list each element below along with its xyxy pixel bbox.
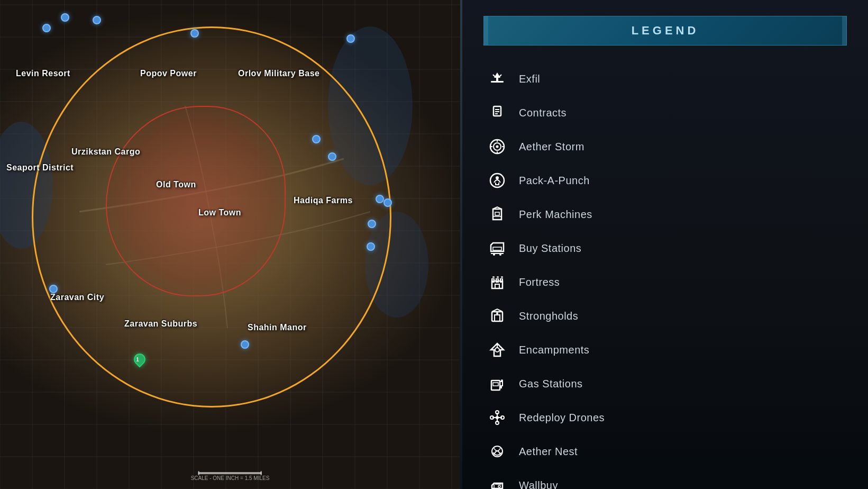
perk-machines-label: Perk Machines — [519, 209, 592, 221]
legend-item-aether-nest[interactable]: Aether Nest — [478, 435, 852, 468]
label-orlov-military: Orlov Military Base — [238, 69, 319, 78]
svg-point-46 — [498, 485, 500, 487]
buy-stations-label: Buy Stations — [519, 242, 581, 255]
label-hadiqa-farms: Hadiqa Farms — [294, 196, 353, 205]
legend-item-gas-stations[interactable]: Gas Stations — [478, 367, 852, 400]
svg-point-42 — [496, 421, 499, 424]
gas-stations-icon — [486, 373, 508, 395]
strongholds-label: Strongholds — [519, 310, 578, 322]
svg-point-16 — [496, 176, 499, 179]
exfil-label: Exfil — [519, 73, 540, 85]
legend-item-encampments[interactable]: Encampments — [478, 333, 852, 366]
strongholds-icon — [486, 305, 508, 327]
scale-bar: SCALE - ONE INCH = 1.5 MILES — [191, 471, 270, 481]
legend-item-buy-stations[interactable]: Buy Stations — [478, 232, 852, 265]
legend-item-pack-a-punch[interactable]: Pack-A-Punch — [478, 164, 852, 197]
aether-storm-label: Aether Storm — [519, 141, 584, 153]
map-marker[interactable] — [61, 13, 69, 22]
map-marker[interactable] — [346, 34, 355, 43]
legend-item-aether-storm[interactable]: Aether Storm — [478, 130, 852, 163]
encampments-label: Encampments — [519, 344, 589, 356]
encampments-icon — [486, 339, 508, 361]
svg-point-44 — [501, 416, 504, 419]
aether-storm-icon — [486, 135, 508, 158]
wallbuy-label: Wallbuy — [519, 479, 558, 490]
svg-point-41 — [496, 411, 499, 414]
label-zaravan-city: Zaravan City — [50, 293, 104, 302]
map-marker[interactable] — [376, 195, 384, 203]
map-container: Levin Resort Popov Power Orlov Military … — [0, 0, 460, 489]
map-marker[interactable] — [312, 135, 321, 143]
redeploy-drones-icon — [486, 406, 508, 429]
pack-a-punch-label: Pack-A-Punch — [519, 175, 590, 187]
buy-stations-icon — [486, 237, 508, 259]
label-popov-power: Popov Power — [140, 69, 197, 78]
legend-item-contracts[interactable]: Contracts — [478, 96, 852, 129]
svg-rect-3 — [491, 81, 504, 83]
pack-a-punch-icon — [486, 169, 508, 192]
perk-machines-icon — [486, 203, 508, 225]
legend-item-wallbuy[interactable]: Wallbuy — [478, 469, 852, 489]
legend-item-exfil[interactable]: Exfil — [478, 62, 852, 95]
aether-nest-icon — [486, 440, 508, 463]
legend-title: LEGEND — [632, 24, 699, 37]
svg-point-30 — [496, 312, 498, 314]
label-old-town: Old Town — [156, 180, 196, 189]
exfil-icon — [486, 68, 508, 90]
map-marker[interactable] — [49, 285, 58, 293]
legend-panel[interactable]: LEGEND Exfil — [462, 0, 868, 489]
svg-rect-34 — [493, 383, 498, 386]
map-marker[interactable] — [93, 16, 101, 24]
fortress-icon — [486, 271, 508, 293]
svg-point-10 — [496, 146, 499, 148]
legend-item-strongholds[interactable]: Strongholds — [478, 300, 852, 332]
contracts-label: Contracts — [519, 107, 567, 119]
svg-rect-17 — [495, 212, 499, 215]
map-marker[interactable] — [241, 340, 249, 349]
svg-point-35 — [501, 379, 503, 382]
map-marker[interactable] — [383, 198, 392, 207]
label-urzikstan-cargo: Urzikstan Cargo — [71, 147, 140, 157]
legend-item-fortress[interactable]: Fortress — [478, 266, 852, 298]
fortress-label: Fortress — [519, 276, 560, 288]
legend-items-list: Exfil Contracts — [462, 56, 868, 489]
map-marker[interactable] — [42, 24, 51, 32]
label-zaravan-suburbs: Zaravan Suburbs — [124, 319, 197, 329]
label-low-town: Low Town — [198, 208, 241, 218]
map-marker[interactable] — [328, 152, 336, 161]
svg-point-21 — [493, 253, 495, 256]
svg-rect-19 — [493, 247, 501, 250]
svg-point-22 — [499, 253, 501, 256]
label-shahin-manor: Shahin Manor — [248, 323, 307, 332]
label-seaport-district: Seaport District — [6, 163, 74, 173]
redeploy-drones-label: Redeploy Drones — [519, 412, 605, 424]
gas-stations-label: Gas Stations — [519, 378, 583, 390]
svg-point-36 — [496, 416, 499, 419]
legend-item-perk-machines[interactable]: Perk Machines — [478, 198, 852, 231]
wallbuy-icon — [486, 474, 508, 489]
map-marker[interactable] — [190, 29, 199, 38]
legend-item-redeploy-drones[interactable]: Redeploy Drones — [478, 401, 852, 434]
contracts-icon — [486, 102, 508, 124]
svg-rect-29 — [495, 315, 500, 321]
svg-point-31 — [495, 348, 499, 352]
aether-nest-label: Aether Nest — [519, 446, 578, 458]
svg-point-43 — [490, 416, 494, 419]
map-marker[interactable] — [368, 220, 376, 228]
label-levin-resort: Levin Resort — [16, 69, 70, 78]
map-marker[interactable] — [367, 242, 375, 251]
legend-header: LEGEND — [483, 16, 847, 46]
